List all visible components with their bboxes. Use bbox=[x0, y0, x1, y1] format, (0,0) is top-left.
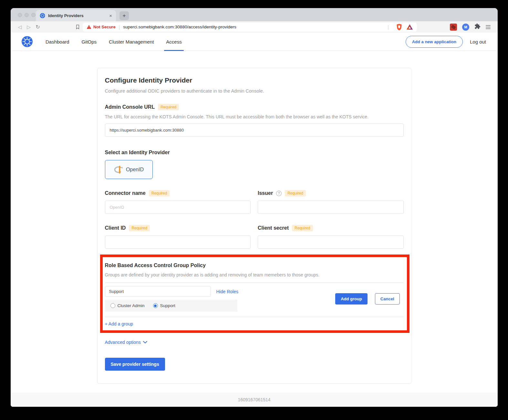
admin-console-url-input[interactable] bbox=[105, 124, 404, 137]
back-button[interactable]: ◁ bbox=[15, 24, 24, 30]
tab-title: Identity Providers bbox=[48, 13, 106, 18]
window-controls bbox=[18, 13, 36, 17]
client-secret-label: Client secret bbox=[258, 225, 289, 231]
issuer-input[interactable] bbox=[258, 201, 404, 214]
roles-bar: Cluster Admin Support bbox=[105, 300, 237, 312]
help-icon[interactable]: ? bbox=[276, 191, 282, 196]
radio-checked-icon[interactable] bbox=[153, 303, 158, 308]
advanced-options-link[interactable]: Advanced options bbox=[105, 340, 147, 345]
warning-triangle-icon bbox=[87, 25, 91, 29]
reload-button[interactable]: ↻ bbox=[33, 24, 42, 30]
add-new-application-button[interactable]: Add a new application bbox=[406, 36, 463, 48]
client-id-label: Client ID bbox=[105, 225, 126, 231]
nav-item-cluster-management[interactable]: Cluster Management bbox=[103, 33, 160, 51]
nav-items: Dashboard GitOps Cluster Management Acce… bbox=[39, 33, 188, 51]
zoom-window-button[interactable] bbox=[31, 13, 36, 17]
url-text: superci.somebigbank.com:30880/access/ide… bbox=[123, 25, 236, 29]
required-badge: Required bbox=[285, 190, 306, 196]
radio-unchecked-icon[interactable] bbox=[110, 303, 115, 308]
not-secure-label: Not Secure bbox=[93, 25, 116, 29]
save-provider-settings-button[interactable]: Save provider settings bbox=[105, 358, 165, 371]
tab-strip: Identity Providers × + bbox=[11, 8, 498, 21]
required-badge: Required bbox=[158, 104, 179, 110]
rbac-highlight-section: Role Based Access Control Group Policy G… bbox=[100, 255, 410, 333]
extension-red-icon[interactable] bbox=[450, 24, 457, 31]
browser-window: Identity Providers × + ◁ ▷ ↻ Not Secure … bbox=[11, 8, 498, 407]
issuer-label: Issuer bbox=[258, 190, 273, 196]
connector-name-input[interactable] bbox=[105, 201, 251, 214]
extensions-puzzle-icon[interactable] bbox=[474, 23, 481, 31]
role-radio-cluster-admin[interactable]: Cluster Admin bbox=[110, 303, 145, 308]
divider bbox=[105, 317, 404, 317]
main-content: Configure Identity Provider Configure ad… bbox=[11, 51, 498, 393]
openid-logo-icon bbox=[114, 165, 123, 175]
role-radio-support[interactable]: Support bbox=[153, 303, 175, 308]
openid-provider-tile[interactable]: OpenID bbox=[105, 160, 153, 179]
admin-console-url-label: Admin Console URL bbox=[105, 104, 155, 110]
divider bbox=[105, 283, 404, 283]
required-badge: Required bbox=[292, 225, 313, 231]
brave-shield-icon[interactable] bbox=[396, 24, 402, 31]
profile-avatar[interactable]: M bbox=[462, 24, 469, 31]
required-badge: Required bbox=[129, 225, 150, 231]
openid-label: OpenID bbox=[126, 167, 144, 173]
menu-hamburger-icon[interactable] bbox=[486, 25, 491, 29]
hide-roles-link[interactable]: Hide Roles bbox=[216, 289, 238, 294]
address-bar[interactable]: Not Secure | superci.somebigbank.com:308… bbox=[83, 23, 417, 32]
rbac-title: Role Based Access Control Group Policy bbox=[105, 263, 404, 268]
logout-button[interactable]: Log out bbox=[470, 39, 486, 45]
admin-console-url-description: The URL for accessing the KOTS Admin Con… bbox=[105, 114, 404, 119]
bat-rewards-icon[interactable] bbox=[406, 24, 413, 30]
kubernetes-favicon-icon bbox=[40, 13, 45, 18]
new-tab-button[interactable]: + bbox=[119, 11, 129, 20]
nav-item-gitops[interactable]: GitOps bbox=[75, 33, 103, 51]
close-window-button[interactable] bbox=[18, 13, 22, 17]
divider: | bbox=[119, 25, 120, 30]
select-identity-provider-label: Select an Identity Provider bbox=[105, 150, 170, 155]
nav-item-dashboard[interactable]: Dashboard bbox=[39, 33, 75, 51]
nav-item-access[interactable]: Access bbox=[160, 33, 188, 51]
chevron-down-icon bbox=[143, 341, 147, 344]
cancel-button[interactable]: Cancel bbox=[375, 293, 400, 305]
tab-close-icon[interactable]: × bbox=[109, 13, 112, 18]
rbac-description: Groups are defined by your identity prov… bbox=[105, 272, 404, 277]
required-badge: Required bbox=[149, 190, 170, 196]
page-subtitle: Configure additional ODIC providers to a… bbox=[105, 88, 404, 94]
divider: | bbox=[388, 25, 389, 30]
bookmark-icon[interactable] bbox=[75, 24, 80, 30]
client-id-input[interactable] bbox=[105, 235, 251, 249]
footer-timestamp: 1609167061514 bbox=[238, 397, 270, 402]
app-navigation: Dashboard GitOps Cluster Management Acce… bbox=[11, 33, 498, 51]
minimize-window-button[interactable] bbox=[25, 13, 29, 17]
kubernetes-logo bbox=[21, 36, 33, 47]
browser-toolbar: ◁ ▷ ↻ Not Secure | superci.somebigbank.c… bbox=[11, 21, 498, 33]
client-secret-input[interactable] bbox=[258, 235, 404, 249]
browser-tab[interactable]: Identity Providers × bbox=[36, 10, 116, 21]
footer-bar: 1609167061514 bbox=[11, 393, 498, 407]
identity-provider-card: Configure Identity Provider Configure ad… bbox=[97, 68, 411, 384]
add-a-group-link[interactable]: + Add a group bbox=[105, 321, 133, 326]
forward-button[interactable]: ▷ bbox=[24, 24, 33, 30]
page-title: Configure Identity Provider bbox=[105, 76, 404, 84]
extension-cluster: M bbox=[450, 23, 493, 31]
group-name-input[interactable] bbox=[105, 286, 211, 297]
connector-name-label: Connector name bbox=[105, 190, 146, 196]
add-group-button[interactable]: Add group bbox=[335, 293, 368, 305]
